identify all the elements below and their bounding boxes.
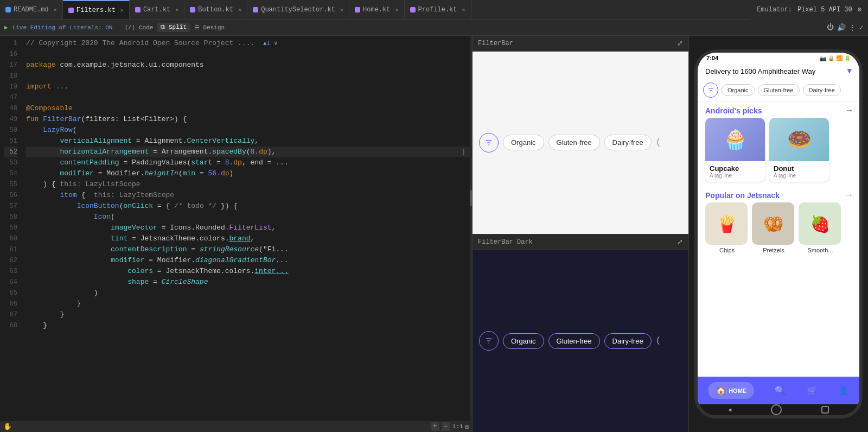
code-line-64: shape = CircleShape — [26, 277, 470, 288]
line-num-17: 17 — [4, 60, 17, 71]
popular-card-chips[interactable]: 🍟 Chips — [705, 202, 749, 253]
popular-card-pretzels[interactable]: 🥨 Pretzels — [752, 202, 795, 253]
tab-button-close[interactable]: ✕ — [238, 7, 241, 13]
tab-readme[interactable]: README.md ✕ — [0, 0, 63, 19]
code-line-65: ) — [26, 288, 470, 298]
code-line-60: tint = JetsnackTheme.colors.brand, — [26, 233, 470, 244]
phone-filter-icon[interactable] — [703, 82, 718, 98]
tab-filters-close[interactable]: ✕ — [120, 7, 124, 14]
line-num-57: 57 — [4, 201, 17, 212]
nav-profile[interactable]: 👤 — [838, 385, 849, 396]
donut-image: 🍩 — [769, 118, 829, 161]
code-line-68: } — [26, 320, 470, 331]
code-line-56: item { this: LazyItemScope — [26, 190, 470, 201]
tab-quantity-close[interactable]: ✕ — [340, 7, 343, 13]
tab-filters[interactable]: Filters.kt ✕ — [63, 0, 130, 19]
chip-dairyfree-dark[interactable]: Dairy-free — [604, 333, 652, 349]
expand-icon-light[interactable]: ⤢ — [677, 39, 683, 48]
tab-home-label: Home.kt — [363, 6, 390, 14]
expand-icon-dark[interactable]: ⤢ — [677, 238, 683, 246]
emulator-label: Emulator: — [757, 6, 792, 14]
phone-bottom-nav: 🏠 HOME 🔍 🛒 👤 — [698, 377, 859, 404]
line-num-48: 48 — [4, 103, 17, 114]
kt-icon-5 — [355, 7, 360, 12]
chip-overflow-light: ( — [656, 138, 661, 148]
phone-delivery-bar[interactable]: Delivery to 1600 Amphitheater Way ▼ — [698, 63, 859, 79]
zoom-out-button[interactable]: − — [442, 422, 450, 431]
phone-status-icons: 📷 🔒 📶 🔋 — [820, 55, 851, 61]
tab-cart[interactable]: Cart.kt ✕ — [130, 0, 184, 19]
mode-design[interactable]: ☰ Design — [191, 23, 228, 32]
line-numbers: 1 16 17 18 19 47 48 49 50 51 52 53 54 55… — [0, 36, 22, 421]
tab-cart-label: Cart.kt — [143, 6, 170, 14]
line-num-18: 18 — [4, 71, 17, 81]
popular-card-smoothie[interactable]: 🍓 Smooth... — [799, 202, 842, 253]
tab-readme-close[interactable]: ✕ — [54, 7, 57, 13]
chips-image: 🍟 — [705, 202, 748, 245]
code-line-52: horizontalArrangement = Arrangement.spac… — [26, 147, 470, 157]
chip-organic-light[interactable]: Organic — [503, 135, 544, 150]
chip-organic-dark[interactable]: Organic — [503, 333, 544, 349]
line-num-52: 52 — [4, 147, 17, 157]
power-icon[interactable]: ⏻ — [827, 23, 834, 31]
back-button[interactable]: ◀ — [728, 406, 731, 413]
code-line-57: IconButton(onClick = { /* todo */ }) { — [26, 201, 470, 212]
zoom-in-button[interactable]: + — [431, 422, 439, 431]
tab-cart-close[interactable]: ✕ — [175, 7, 178, 13]
section-arrow-popular[interactable]: → — [846, 190, 852, 200]
pick-card-cupcake[interactable]: 🧁 Cupcake A tag line — [705, 118, 765, 182]
tab-button[interactable]: Button.kt ✕ — [184, 0, 247, 19]
code-line-53: contentPadding = PaddingValues(start = 8… — [26, 157, 470, 168]
live-editing-label: Live Editing of Literals: ON — [12, 24, 113, 31]
chip-glutenfree-light[interactable]: Gluten-free — [548, 135, 600, 150]
tab-bar: README.md ✕ Filters.kt ✕ Cart.kt ✕ Butto… — [0, 0, 868, 20]
nav-home-pill: 🏠 HOME — [708, 382, 754, 399]
volume-icon[interactable]: 🔊 — [837, 23, 846, 32]
phone-screen: 7:04 📷 🔒 📶 🔋 Delivery to 1600 Amphitheat… — [698, 53, 859, 404]
filter-icon-dark[interactable] — [479, 331, 499, 351]
checkmark-icon: ✓ — [859, 23, 864, 32]
chip-overflow-dark: ( — [656, 336, 661, 346]
phone-status-bar: 7:04 📷 🔒 📶 🔋 — [698, 53, 859, 63]
chip-dairyfree-light[interactable]: Dairy-free — [604, 135, 652, 150]
phone-frame: 7:04 📷 🔒 📶 🔋 Delivery to 1600 Amphitheat… — [694, 49, 863, 418]
tab-home[interactable]: Home.kt ✕ — [349, 0, 404, 19]
section-arrow-picks[interactable]: → — [846, 106, 852, 116]
phone-chip-gluten[interactable]: Gluten-free — [758, 84, 800, 96]
settings-icon[interactable]: ⚙ — [858, 5, 861, 14]
fit-icon[interactable]: ⊞ — [465, 423, 469, 430]
code-line-62: modifier = Modifier.diagonalGradientBor.… — [26, 255, 470, 266]
tab-quantity-label: QuantitySelector.kt — [261, 6, 335, 14]
code-content[interactable]: // Copyright 2020 The Android Open Sourc… — [22, 36, 472, 421]
line-num-51: 51 — [4, 136, 17, 147]
filter-icon-light[interactable] — [479, 133, 499, 153]
line-num-68: 68 — [4, 320, 17, 331]
chip-glutenfree-dark[interactable]: Gluten-free — [548, 333, 600, 349]
tab-quantity[interactable]: QuantitySelector.kt ✕ — [247, 0, 349, 19]
code-line-58: Icon( — [26, 212, 470, 223]
pick-card-donut[interactable]: 🍩 Donut A tag line — [769, 118, 829, 182]
more-icon[interactable]: ⋮ — [849, 23, 856, 32]
code-line-17: package com.example.jetsnack.ui.componen… — [26, 60, 470, 71]
nav-cart[interactable]: 🛒 — [807, 385, 818, 396]
panel-header-icons-dark: ⤢ — [677, 238, 683, 246]
line-num-60: 60 — [4, 233, 17, 244]
home-button[interactable] — [771, 404, 782, 415]
mode-code[interactable]: ⟨/⟩ Code — [121, 23, 156, 32]
mode-split[interactable]: ⧉ Split — [157, 23, 190, 32]
panel-title-dark: FilterBar Dark — [478, 238, 533, 246]
tab-profile-close[interactable]: ✕ — [462, 7, 465, 13]
phone-chip-organic[interactable]: Organic — [722, 84, 755, 96]
line-num-49: 49 — [4, 114, 17, 125]
nav-home[interactable]: 🏠 HOME — [708, 382, 754, 399]
code-line-54: modifier = Modifier.heightIn(min = 56.dp… — [26, 168, 470, 179]
tab-home-close[interactable]: ✕ — [395, 7, 398, 13]
code-lines: 1 16 17 18 19 47 48 49 50 51 52 53 54 55… — [0, 36, 472, 421]
tab-profile[interactable]: Profile.kt ✕ — [405, 0, 471, 19]
live-editing-icon: ▶ — [4, 24, 8, 31]
recents-button[interactable] — [821, 406, 829, 414]
phone-chip-dairy[interactable]: Dairy-free — [803, 84, 841, 96]
search-nav-icon: 🔍 — [775, 385, 786, 396]
panel-title-light: FilterBar — [478, 40, 513, 47]
nav-search[interactable]: 🔍 — [775, 385, 786, 396]
